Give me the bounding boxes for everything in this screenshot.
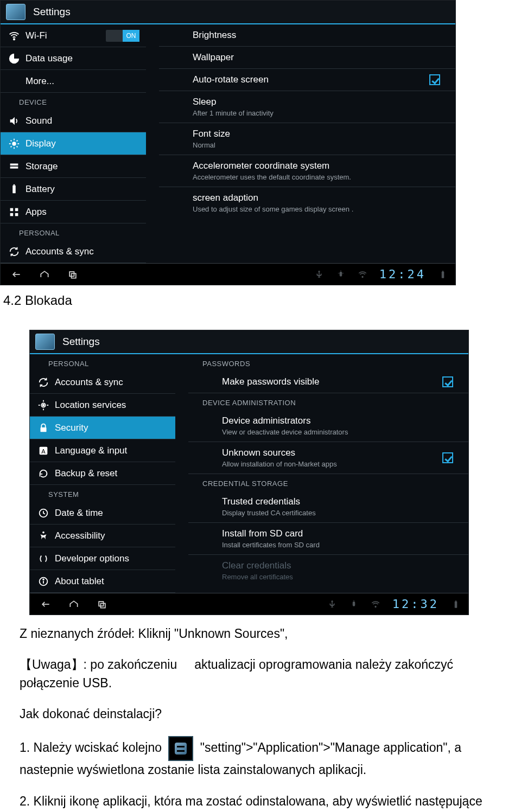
sidebar-item-label: Display [26, 138, 139, 149]
section-header-credential-storage: CREDENTIAL STORAGE [188, 474, 468, 491]
display-settings-panel: Brightness Wallpaper Auto-rotate screen … [146, 24, 455, 263]
system-navbar: 12:32 [30, 593, 468, 615]
home-icon[interactable] [66, 599, 82, 610]
wifi-toggle[interactable]: ON [106, 30, 139, 42]
sidebar-item-location[interactable]: Location services [30, 394, 175, 417]
debugging-icon [336, 270, 346, 279]
setting-subtitle: Remove all certificates [222, 573, 447, 581]
svg-point-40 [43, 579, 44, 580]
sidebar-item-display[interactable]: Display [1, 132, 146, 155]
developer-icon [37, 553, 49, 565]
sidebar-item-sound[interactable]: Sound [1, 110, 146, 132]
setting-trusted-credentials[interactable]: Trusted credentials Display trusted CA c… [188, 491, 468, 523]
sidebar-item-accounts[interactable]: Accounts & sync [30, 371, 175, 394]
svg-rect-47 [455, 600, 456, 602]
setting-subtitle: Allow installation of non-Market apps [222, 460, 447, 468]
setting-subtitle: Display trusted CA certificates [222, 509, 447, 517]
setting-subtitle: Install certificates from SD card [222, 541, 447, 549]
svg-rect-10 [10, 163, 18, 165]
section-header-personal: PERSONAL [1, 223, 146, 240]
recent-apps-icon[interactable] [65, 269, 81, 280]
checkbox-icon[interactable] [429, 74, 440, 85]
recent-apps-icon[interactable] [94, 599, 110, 610]
home-icon[interactable] [36, 269, 53, 280]
doc-uwaga-line: 【Uwaga】: po zakończeniu aktualizacji opr… [20, 656, 501, 692]
display-icon [8, 138, 20, 150]
back-icon[interactable] [8, 269, 24, 280]
setting-make-passwords-visible[interactable]: Make passwords visible [188, 371, 468, 393]
app-title: Settings [33, 6, 71, 18]
section-header-personal: PERSONAL [30, 354, 175, 371]
settings-app-icon [35, 334, 55, 350]
sidebar-item-label: Sound [26, 116, 139, 126]
doc-uninstall-question: Jak dokonać deinstalacji? [20, 705, 501, 723]
svg-line-7 [17, 146, 18, 147]
lock-icon [37, 422, 49, 434]
section-header-system: SYSTEM [30, 485, 175, 502]
svg-rect-26 [442, 271, 443, 272]
back-icon[interactable] [37, 599, 54, 610]
settings-sidebar: PERSONAL Accounts & sync Location servic… [30, 354, 175, 593]
sidebar-item-label: About tablet [55, 576, 169, 587]
setting-screen-adaption[interactable]: screen adaption Used to adjust size of s… [159, 187, 455, 219]
sidebar-item-label: Accounts & sync [55, 377, 169, 388]
usb-icon [314, 270, 324, 279]
checkbox-icon[interactable] [442, 376, 453, 387]
sidebar-item-label: Battery [26, 184, 139, 195]
sidebar-item-wifi[interactable]: Wi-Fi ON [1, 24, 146, 47]
setting-sleep[interactable]: Sleep After 1 minute of inactivity [159, 91, 455, 123]
sidebar-item-accessibility[interactable]: Accessibility [30, 525, 175, 547]
section-header-device: DEVICE [1, 93, 146, 110]
sidebar-item-label: Security [55, 423, 169, 433]
sidebar-item-battery[interactable]: Battery [1, 178, 146, 201]
sidebar-item-about[interactable]: About tablet [30, 570, 175, 593]
sidebar-item-label: More... [26, 76, 139, 87]
settings-security-screenshot: Settings PERSONAL Accounts & sync Locati… [29, 330, 469, 615]
sync-icon [8, 246, 20, 258]
navbar-clock: 12:32 [392, 597, 439, 611]
debugging-icon [349, 599, 359, 609]
svg-rect-41 [99, 602, 103, 606]
setting-device-administrators[interactable]: Device administrators View or deactivate… [188, 410, 468, 442]
setting-title: Font size [193, 129, 434, 139]
sidebar-item-backup[interactable]: Backup & reset [30, 462, 175, 485]
setting-accelerometer[interactable]: Accelerometer coordinate system Accelero… [159, 155, 455, 187]
svg-rect-11 [10, 167, 18, 169]
sidebar-item-label: Data usage [26, 53, 139, 64]
setting-install-sd[interactable]: Install from SD card Install certificate… [188, 523, 468, 555]
svg-rect-33 [41, 427, 47, 432]
svg-point-24 [362, 276, 363, 277]
svg-point-0 [14, 39, 15, 40]
sidebar-item-date-time[interactable]: Date & time [30, 502, 175, 525]
setting-wallpaper[interactable]: Wallpaper [159, 47, 455, 69]
setting-title: Wallpaper [193, 52, 434, 63]
info-icon [37, 576, 49, 587]
svg-rect-12 [12, 185, 16, 193]
toggle-on-label: ON [123, 30, 139, 42]
doc-step1-a: 1. Należy wciskać kolejno [20, 740, 162, 755]
sidebar-item-language[interactable]: A Language & input [30, 439, 175, 462]
setting-clear-credentials: Clear credentials Remove all certificate… [188, 555, 468, 586]
sidebar-item-label: Date & time [55, 508, 169, 519]
setting-auto-rotate[interactable]: Auto-rotate screen [159, 69, 455, 91]
sidebar-item-data-usage[interactable]: Data usage [1, 47, 146, 70]
sidebar-item-security[interactable]: Security [30, 417, 175, 439]
setting-title: Sleep [193, 97, 434, 107]
sidebar-item-apps[interactable]: Apps [1, 201, 146, 223]
sidebar-item-label: Location services [55, 400, 169, 411]
sidebar-item-accounts[interactable]: Accounts & sync [1, 240, 146, 263]
setting-font-size[interactable]: Font size Normal [159, 123, 455, 155]
sidebar-item-label: Wi-Fi [26, 30, 106, 41]
svg-point-1 [12, 142, 16, 145]
svg-rect-18 [69, 272, 74, 276]
svg-rect-14 [10, 208, 14, 211]
sidebar-item-more[interactable]: More... [1, 70, 146, 93]
setting-unknown-sources[interactable]: Unknown sources Allow installation of no… [188, 442, 468, 474]
checkbox-icon[interactable] [442, 452, 453, 463]
backup-icon [37, 468, 49, 479]
setting-brightness[interactable]: Brightness [159, 24, 455, 47]
sidebar-item-storage[interactable]: Storage [1, 155, 146, 178]
setting-title: Brightness [193, 30, 434, 41]
app-title: Settings [62, 336, 100, 348]
sidebar-item-developer[interactable]: Developer options [30, 547, 175, 570]
